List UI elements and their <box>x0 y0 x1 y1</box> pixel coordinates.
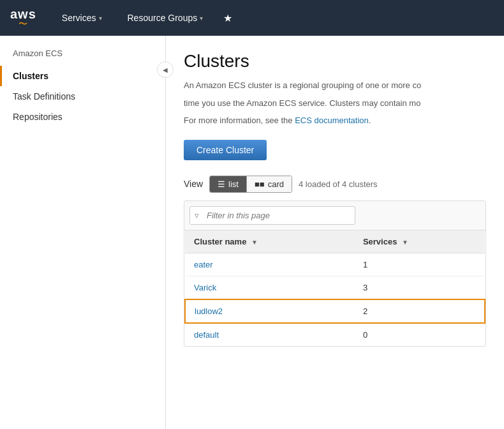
table-row: ludlow22 <box>185 299 485 323</box>
filter-input[interactable] <box>189 206 355 225</box>
services-nav-item[interactable]: Services ▾ <box>57 10 107 26</box>
main-content: Clusters An Amazon ECS cluster is a regi… <box>166 36 504 429</box>
sidebar-item-clusters[interactable]: Clusters <box>0 66 165 86</box>
list-icon: ☰ <box>218 179 225 189</box>
cluster-name-link[interactable]: eater <box>194 260 213 269</box>
services-nav-label: Services <box>62 13 96 23</box>
view-list-label: list <box>228 179 239 189</box>
cluster-name-link[interactable]: ludlow2 <box>195 306 223 316</box>
column-header-cluster-name[interactable]: Cluster name ▼ <box>185 230 354 253</box>
ecs-documentation-link[interactable]: ECS documentation <box>295 116 369 125</box>
page-title: Clusters <box>184 51 486 72</box>
sidebar: Amazon ECS Clusters Task Definitions Rep… <box>0 36 166 429</box>
aws-logo[interactable]: aws 〜 <box>10 8 36 28</box>
view-card-button[interactable]: ■■ card <box>246 176 292 192</box>
description-line1: An Amazon ECS cluster is a regional grou… <box>184 79 486 92</box>
description-line2: time you use the Amazon ECS service. Clu… <box>184 97 486 110</box>
card-icon: ■■ <box>255 179 265 189</box>
filter-icon: ▿ <box>195 211 199 220</box>
services-chevron-icon: ▾ <box>99 15 102 22</box>
cluster-services-count: 1 <box>354 253 485 276</box>
services-sort-icon: ▼ <box>402 239 408 246</box>
table-header: Cluster name ▼ Services ▼ <box>185 230 485 253</box>
bookmarks-icon[interactable]: ★ <box>223 12 232 24</box>
main-layout: Amazon ECS Clusters Task Definitions Rep… <box>0 36 504 429</box>
view-toggle: ☰ list ■■ card <box>209 176 292 193</box>
cluster-services-count: 3 <box>354 276 485 299</box>
view-row: View ☰ list ■■ card 4 loaded of 4 cluste… <box>184 176 486 193</box>
table-body: eater1Varick3ludlow22default0 <box>185 253 485 346</box>
column-header-services[interactable]: Services ▼ <box>354 230 485 253</box>
table-row: eater1 <box>185 253 485 276</box>
filter-input-wrapper: ▿ <box>189 206 355 225</box>
create-cluster-button[interactable]: Create Cluster <box>184 140 267 160</box>
resource-groups-nav-item[interactable]: Resource Groups ▾ <box>122 10 209 26</box>
top-nav: aws 〜 Services ▾ Resource Groups ▾ ★ <box>0 0 504 36</box>
clusters-count: 4 loaded of 4 clusters <box>299 179 378 189</box>
sidebar-brand: Amazon ECS <box>0 49 165 66</box>
sidebar-item-task-definitions[interactable]: Task Definitions <box>0 86 165 107</box>
resource-groups-nav-label: Resource Groups <box>128 13 198 23</box>
cluster-name-link[interactable]: default <box>194 330 219 340</box>
clusters-table-container: ▿ Cluster name ▼ Services ▼ <box>184 200 486 347</box>
view-label: View <box>184 179 203 189</box>
view-list-button[interactable]: ☰ list <box>210 176 246 192</box>
filter-row: ▿ <box>184 201 485 230</box>
resource-groups-chevron-icon: ▾ <box>200 15 203 22</box>
view-card-label: card <box>268 179 284 189</box>
cluster-services-count: 0 <box>354 323 485 346</box>
cluster-services-count: 2 <box>354 299 485 323</box>
cluster-name-sort-icon: ▼ <box>251 239 258 246</box>
sidebar-toggle-button[interactable]: ◀ <box>157 61 174 78</box>
table-row: default0 <box>185 323 485 346</box>
clusters-table: Cluster name ▼ Services ▼ eater1Varick3l… <box>184 230 485 346</box>
table-row: Varick3 <box>185 276 485 299</box>
aws-logo-smile: 〜 <box>19 19 27 28</box>
description-line3: For more information, see the ECS docume… <box>184 114 486 127</box>
sidebar-item-repositories[interactable]: Repositories <box>0 107 165 127</box>
cluster-name-link[interactable]: Varick <box>194 283 216 292</box>
